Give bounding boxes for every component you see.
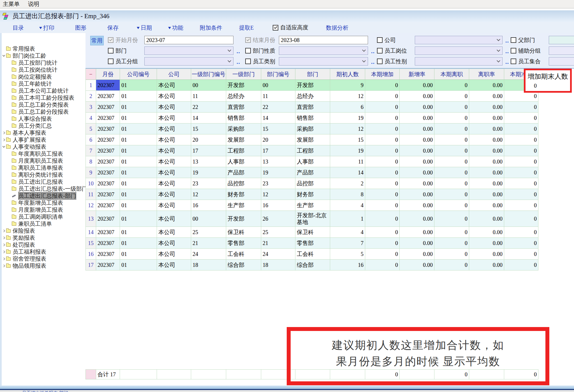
sidebar-item[interactable]: 人事综合报表 — [2, 115, 85, 122]
more-button[interactable]: .. — [237, 58, 240, 66]
row-number[interactable]: 12 — [86, 200, 96, 211]
table-cell[interactable]: 01 — [120, 227, 157, 238]
table-cell[interactable]: 0.00 — [469, 238, 504, 249]
table-cell[interactable]: 0.00 — [400, 91, 434, 102]
table-cell[interactable]: 品控部 — [226, 178, 261, 189]
table-cell[interactable]: 17 — [261, 145, 295, 156]
row-number[interactable]: 5 — [86, 123, 96, 134]
table-cell[interactable]: 0 — [434, 102, 469, 113]
table-cell[interactable]: 202307 — [96, 156, 120, 167]
table-cell[interactable]: 0.00 — [469, 178, 504, 189]
table-cell[interactable]: 25 — [261, 227, 295, 238]
column-header-本期离职[interactable]: 本期离职 — [434, 69, 469, 80]
table-cell[interactable]: 20 — [261, 134, 295, 145]
sidebar-item[interactable]: 基本人事报表 — [2, 129, 85, 136]
table-cell[interactable]: 0 — [504, 260, 538, 270]
table-cell[interactable]: 人事部 — [226, 156, 261, 167]
chevron-right-icon[interactable] — [3, 244, 5, 246]
chevron-right-icon[interactable] — [3, 258, 5, 260]
filter-input-辅助分组[interactable] — [549, 46, 574, 55]
table-cell[interactable]: 0.00 — [469, 167, 504, 178]
column-header-公司[interactable]: 公司 — [157, 69, 191, 80]
table-cell[interactable]: 开发部 — [226, 211, 261, 227]
table-cell[interactable]: 0 — [504, 156, 538, 167]
table-cell[interactable]: 0.00 — [469, 91, 504, 102]
table-cell[interactable]: 0.00 — [469, 211, 504, 227]
filter-checkbox-员工性别[interactable] — [377, 59, 383, 64]
table-cell[interactable]: 本公司 — [157, 167, 191, 178]
column-header-部门编号[interactable]: 部门编号 — [261, 69, 295, 80]
table-cell[interactable]: 15 — [330, 134, 365, 145]
table-cell[interactable]: 综合部 — [226, 260, 261, 270]
table-cell[interactable]: 产品部 — [226, 167, 261, 178]
row-number[interactable]: 14 — [86, 227, 96, 238]
table-cell[interactable]: 生产部 — [295, 200, 330, 211]
table-cell[interactable]: 0 — [365, 211, 400, 227]
table-cell[interactable]: 0 — [434, 189, 469, 200]
table-cell[interactable]: 0 — [365, 178, 400, 189]
table-cell[interactable]: 0.00 — [469, 123, 504, 134]
filter-select-员工性别[interactable] — [415, 57, 503, 66]
table-cell[interactable]: 01 — [120, 80, 157, 91]
sidebar-item[interactable]: 物品领用报表 — [2, 262, 85, 269]
table-cell[interactable]: 202307 — [96, 167, 120, 178]
table-cell[interactable]: 0 — [504, 249, 538, 260]
table-cell[interactable]: 0.00 — [469, 113, 504, 123]
table-cell[interactable]: 0 — [504, 238, 538, 249]
chevron-right-icon[interactable] — [3, 132, 5, 134]
table-cell[interactable]: 9 — [330, 80, 365, 91]
more-button[interactable]: .. — [505, 58, 509, 66]
row-number[interactable]: 6 — [86, 134, 96, 145]
table-cell[interactable]: 20 — [191, 134, 226, 145]
table-cell[interactable]: 4 — [330, 227, 365, 238]
filter-input-结束月份[interactable]: 2023-08 — [279, 36, 368, 44]
sidebar-item-selected[interactable]: 员工进出汇总报表-部门 — [2, 192, 85, 199]
table-cell[interactable]: 工会科 — [226, 249, 261, 260]
table-cell[interactable]: 0 — [365, 80, 400, 91]
column-header-部门[interactable]: 部门 — [295, 69, 330, 80]
table-cell[interactable]: 19 — [261, 167, 295, 178]
table-cell[interactable]: 本公司 — [157, 249, 191, 260]
table-cell[interactable]: 01 — [120, 156, 157, 167]
table-cell[interactable]: 0.00 — [469, 134, 504, 145]
table-cell[interactable]: 6 — [330, 102, 365, 113]
table-cell[interactable]: 202307 — [96, 200, 120, 211]
table-cell[interactable]: 0 — [434, 113, 469, 123]
table-cell[interactable]: 0 — [504, 102, 538, 113]
table-cell[interactable]: 01 — [120, 113, 157, 123]
table-cell[interactable]: 0 — [365, 167, 400, 178]
row-number[interactable]: 10 — [86, 178, 96, 189]
table-cell[interactable]: 开发部-北京基地 — [295, 211, 330, 227]
table-cell[interactable]: 01 — [120, 200, 157, 211]
table-cell[interactable]: 18 — [261, 260, 295, 270]
table-cell[interactable]: 202307 — [96, 260, 120, 270]
table-cell[interactable]: 0 — [365, 113, 400, 123]
table-cell[interactable]: 工程部 — [226, 145, 261, 156]
table-cell[interactable]: 0 — [365, 145, 400, 156]
table-cell[interactable]: 采购部 — [295, 123, 330, 134]
table-cell[interactable]: 销售部 — [226, 113, 261, 123]
more-button[interactable]: .. — [371, 58, 375, 66]
table-cell[interactable]: 11 — [191, 91, 226, 102]
table-cell[interactable]: 0.00 — [400, 145, 434, 156]
filter-select-员工岗位[interactable] — [415, 46, 503, 55]
table-cell[interactable]: 19 — [330, 113, 365, 123]
toolbar-button[interactable]: 图形 — [75, 24, 86, 32]
table-cell[interactable]: 25 — [191, 227, 226, 238]
filter-input-父部门[interactable] — [549, 36, 574, 44]
toolbar-button[interactable]: 日期 — [137, 24, 152, 32]
more-button[interactable]: .. — [505, 37, 509, 44]
table-cell[interactable]: 00 — [261, 80, 295, 91]
filter-checkbox-公司[interactable] — [377, 37, 383, 43]
filter-checkbox-开始月份[interactable] — [108, 37, 114, 43]
table-cell[interactable]: 本公司 — [157, 123, 191, 134]
filter-select-部门[interactable] — [144, 46, 233, 55]
table-cell[interactable]: 0 — [504, 113, 538, 123]
sidebar-item[interactable]: 月度新增员工报表 — [2, 206, 85, 213]
table-cell[interactable]: 0.00 — [400, 178, 434, 189]
table-cell[interactable]: 0.00 — [400, 102, 434, 113]
table-cell[interactable]: 总经办 — [226, 91, 261, 102]
table-cell[interactable]: 0 — [365, 91, 400, 102]
table-cell[interactable]: 本公司 — [157, 145, 191, 156]
sidebar-item[interactable]: 年度新增员工报表 — [2, 199, 85, 206]
